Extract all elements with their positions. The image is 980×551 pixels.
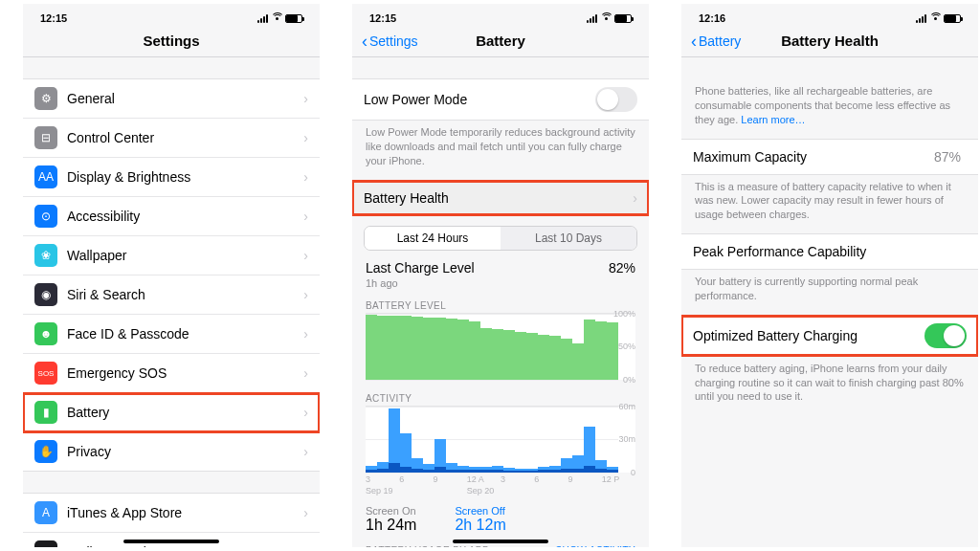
activity-bar [584,427,595,472]
date-label: Sep 20 [467,486,635,496]
activity-bar [412,458,423,473]
wifi-icon [929,14,941,23]
battery-bar [400,316,412,379]
back-button[interactable]: ‹ Settings [362,33,418,49]
chevron-right-icon: › [303,505,308,520]
battery-icon [944,14,961,23]
activity-bar [526,469,538,472]
segment-10d[interactable]: Last 10 Days [501,227,636,250]
health-intro-text: Phone batteries, like all rechargeable b… [695,85,950,125]
settings-row-siri-search[interactable]: ◉Siri & Search› [23,276,320,315]
show-activity-link[interactable]: SHOW ACTIVITY [555,545,635,547]
row-label: Emergency SOS [67,365,303,381]
screen-off-col: Screen Off 2h 12m [455,505,505,534]
row-optimized-charging[interactable]: Optimized Battery Charging [681,316,978,356]
battery-icon: ▮ [34,401,57,424]
battery-bar [561,339,572,380]
settings-row-privacy[interactable]: ✋Privacy› [23,432,320,471]
row-label: Privacy [67,444,303,459]
x-tick: 12 A [467,474,501,484]
signal-icon [916,14,926,23]
chevron-left-icon: ‹ [691,34,697,48]
x-tick: 9 [568,474,602,484]
activity-bar [561,458,572,473]
activity-chart: 60m 30m 0 [366,406,635,473]
screen-on-col: Screen On 1h 24m [366,505,416,534]
back-button[interactable]: ‹ Battery [691,33,741,49]
activity-bar [503,468,515,473]
battery-bar [526,333,538,379]
battery-level-label: BATTERY LEVEL [352,295,649,313]
emergency-sos-icon: SOS [34,362,57,385]
settings-row-general[interactable]: ⚙General› [23,79,320,119]
settings-row-control-center[interactable]: ⊟Control Center› [23,119,320,158]
date-label: Sep 19 [366,486,467,496]
segmented-control[interactable]: Last 24 Hours Last 10 Days [364,226,637,251]
x-tick: 6 [534,474,568,484]
activity-bar [607,467,618,473]
row-low-power-mode[interactable]: Low Power Mode [352,79,649,120]
toggle-optimized-charging[interactable] [924,323,967,348]
battery-bar [492,329,503,379]
battery-bar [480,328,492,379]
accessibility-icon: ⊙ [34,205,57,228]
screen-battery-health: 12:16 ‹ Battery Battery Health Phone bat… [681,4,978,547]
siri-search-icon: ◉ [34,283,57,306]
x-tick: 6 [399,474,433,484]
battery-bar [412,317,423,380]
battery-bar [389,316,400,379]
activity-bar [595,460,607,473]
chevron-right-icon: › [303,405,308,420]
segment-24h[interactable]: Last 24 Hours [365,227,501,250]
last-charge-pct: 82% [609,260,635,276]
screen-on-value: 1h 24m [366,517,416,534]
activity-bar [366,466,377,473]
face-id-passcode-icon: ☻ [34,322,57,345]
row-label: Peak Performance Capability [693,244,967,259]
x-axis-ticks: 36912 A36912 P [366,474,635,484]
settings-row-itunes-app-store[interactable]: AiTunes & App Store› [23,494,320,533]
row-label: Siri & Search [67,287,303,302]
row-label: Face ID & Passcode [67,326,303,342]
status-bar: 12:16 [681,4,978,25]
row-label: Display & Brightness [67,169,303,185]
settings-row-emergency-sos[interactable]: SOSEmergency SOS› [23,354,320,393]
page-title: Battery Health [781,33,879,49]
activity-bar [538,467,549,473]
settings-group-1: ⚙General›⊟Control Center›AADisplay & Bri… [23,78,320,472]
chevron-right-icon: › [303,365,308,381]
battery-bar [469,321,480,380]
status-icons [257,14,302,23]
signal-icon [257,14,268,23]
privacy-icon: ✋ [34,440,57,463]
battery-icon [614,14,632,23]
row-label: Low Power Mode [364,92,595,107]
settings-row-wallpaper[interactable]: ❀Wallpaper› [23,236,320,276]
ylabel: 60m [618,402,635,411]
last-charge-title: Last Charge Level [366,260,475,276]
battery-bar [607,322,618,379]
row-max-capacity: Maximum Capacity 87% [681,140,978,174]
activity-bar [457,466,469,473]
settings-row-battery[interactable]: ▮Battery› [23,393,320,432]
max-capacity-value: 87% [934,149,967,165]
settings-row-display-brightness[interactable]: AADisplay & Brightness› [23,158,320,197]
settings-row-accessibility[interactable]: ⊙Accessibility› [23,197,320,236]
chevron-right-icon: › [303,326,308,342]
status-bar: 12:15 [352,4,649,25]
back-label: Settings [369,33,418,49]
status-bar: 12:15 [23,4,320,25]
row-label: Maximum Capacity [693,149,934,165]
chevron-right-icon: › [303,444,308,459]
back-label: Battery [699,33,741,49]
row-battery-health[interactable]: Battery Health › [352,181,649,215]
chevron-right-icon: › [303,287,308,302]
toggle-low-power[interactable] [595,87,637,112]
learn-more-link[interactable]: Learn more… [741,114,805,125]
wifi-icon [271,14,282,23]
activity-bar [389,408,400,473]
battery-icon [285,14,302,23]
settings-row-face-id-passcode[interactable]: ☻Face ID & Passcode› [23,315,320,354]
x-tick: 9 [434,474,467,484]
peak-footer: Your battery is currently supporting nor… [681,270,978,315]
